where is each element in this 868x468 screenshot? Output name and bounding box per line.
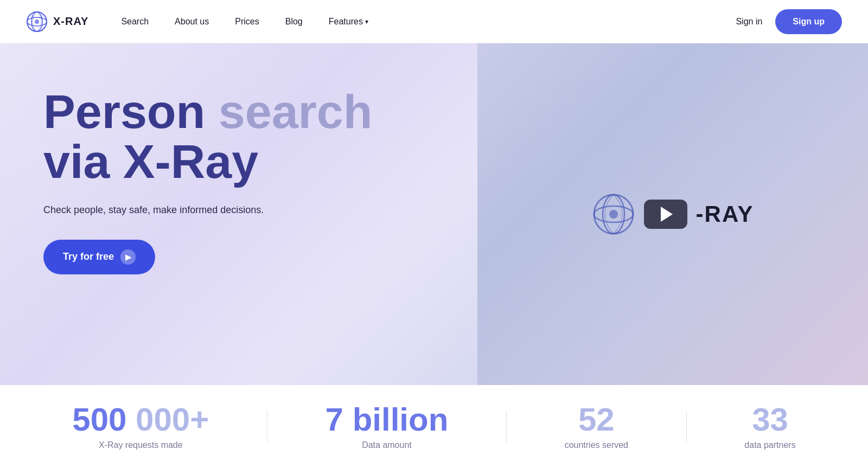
arrow-right-icon: ▶ xyxy=(120,249,136,265)
navbar: X-RAY Search About us Prices Blog Featur… xyxy=(0,0,868,43)
hero-left: Person search via X-Ray Check people, st… xyxy=(0,43,477,385)
stat-requests: 500 000+ X-Ray requests made xyxy=(72,403,209,450)
sign-up-button[interactable]: Sign up xyxy=(775,9,842,34)
video-logo-icon xyxy=(592,193,635,236)
try-for-free-button[interactable]: Try for free ▶ xyxy=(43,240,155,274)
brand-name: X-RAY xyxy=(53,15,88,28)
xray-logo-icon xyxy=(26,11,48,33)
play-icon xyxy=(661,207,673,222)
stat-requests-number: 500 000+ xyxy=(72,403,209,436)
stats-section: 500 000+ X-Ray requests made 7 billion D… xyxy=(0,385,868,468)
video-logo-area: -RAY xyxy=(592,193,754,236)
stat-data-label: Data amount xyxy=(362,440,412,450)
nav-search[interactable]: Search xyxy=(121,17,149,27)
stat-data: 7 billion Data amount xyxy=(326,403,449,450)
hero-heading-word2: search xyxy=(205,85,372,138)
nav-about[interactable]: About us xyxy=(175,17,209,27)
stat-countries: 52 countries served xyxy=(565,403,628,450)
stat-divider-3 xyxy=(686,411,687,443)
hero-right: -RAY xyxy=(477,43,868,385)
stat-countries-number: 52 xyxy=(578,403,615,436)
nav-links: Search About us Prices Blog Features ▾ xyxy=(121,17,736,27)
logo-area[interactable]: X-RAY xyxy=(26,11,88,33)
hero-heading: Person search via X-Ray xyxy=(43,87,477,187)
stat-partners-label: data partners xyxy=(744,440,795,450)
hero-heading-word1: Person xyxy=(43,85,205,138)
video-container[interactable]: -RAY xyxy=(477,43,868,385)
hero-section: Person search via X-Ray Check people, st… xyxy=(0,43,868,385)
nav-prices[interactable]: Prices xyxy=(235,17,259,27)
stat-divider-2 xyxy=(506,411,507,443)
svg-point-7 xyxy=(609,210,618,219)
video-brand-text: -RAY xyxy=(696,201,754,227)
hero-heading-line2: via X-Ray xyxy=(43,134,258,188)
nav-features[interactable]: Features ▾ xyxy=(329,17,368,27)
svg-point-3 xyxy=(35,20,39,24)
nav-blog[interactable]: Blog xyxy=(285,17,303,27)
nav-right: Sign in Sign up xyxy=(736,9,842,34)
stat-countries-label: countries served xyxy=(565,440,628,450)
stat-partners: 33 data partners xyxy=(744,403,795,450)
stat-partners-number: 33 xyxy=(752,403,788,436)
chevron-down-icon: ▾ xyxy=(365,18,368,25)
stat-data-number: 7 billion xyxy=(326,403,449,436)
hero-subtext: Check people, stay safe, make informed d… xyxy=(43,204,477,216)
stat-requests-label: X-Ray requests made xyxy=(99,440,183,450)
sign-in-link[interactable]: Sign in xyxy=(736,17,762,27)
stat-divider-1 xyxy=(267,411,267,443)
video-play-button[interactable] xyxy=(644,200,687,229)
